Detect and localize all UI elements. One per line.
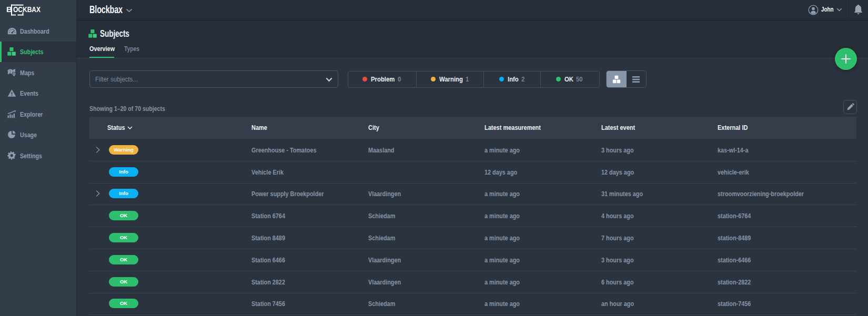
svg-text:B: B xyxy=(6,5,12,14)
svg-text:OCKBAX: OCKBAX xyxy=(13,5,41,14)
